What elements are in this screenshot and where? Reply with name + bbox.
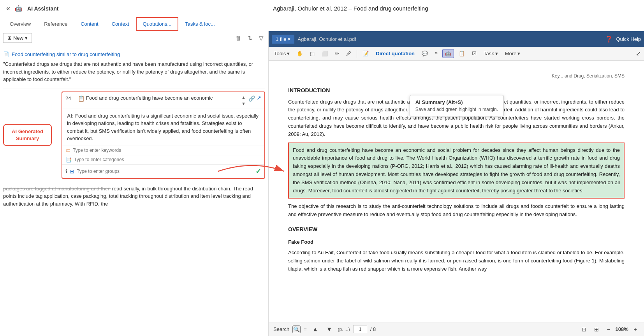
zoom-out-btn[interactable]: − [604,325,612,333]
left-panel: ⊞ New ▾ 🗑 ⇅ ▽ 📄 Food counterfeiting simi… [0,31,269,336]
search-button[interactable]: 🔍 [292,325,301,333]
fit-width-btn[interactable]: ⊞ [592,325,601,333]
fakefood-para: According to Au Fait, Counterfeit or fak… [288,249,625,273]
overview-title: OVERVIEW [288,225,625,234]
main-layout: ⊞ New ▾ 🗑 ⇅ ▽ 📄 Food counterfeiting simi… [0,31,644,336]
pdf-wrapper: AI Summary (Alt+S) Save and add green hi… [269,61,644,336]
quick-help-button[interactable]: Quick Help [616,36,641,42]
tooltip-description: Save and add green highlight in margin. [415,107,498,112]
hand-tool[interactable]: ✋ [294,49,305,58]
task-dropdown-icon: ▾ [495,51,498,56]
quote-card-header: 24 📋 Food and drug counterfeiting have b… [62,92,264,109]
left-toolbar: ⊞ New ▾ 🗑 ⇅ ▽ [0,31,268,45]
new-icon: ⊞ [7,35,12,41]
quote-type-icon: 📋 [78,95,84,102]
card-footer: ℹ ⊞ ✓ [62,165,264,178]
tab-overview[interactable]: Overview [3,17,37,31]
filter-icon[interactable]: ▽ [257,34,265,42]
scroll-down-btn[interactable]: ▼ [240,101,247,106]
sort-icon[interactable]: ⇅ [246,34,254,42]
zoom-level: 108% [616,326,628,332]
tab-reference[interactable]: Reference [37,17,74,31]
page-number-input[interactable] [353,325,367,333]
page-down-btn[interactable]: ▼ [324,325,335,334]
page-total: / 8 [370,326,376,332]
area-tool[interactable]: ⬜ [319,49,330,58]
ai-assistant-icon: 🤖 [15,5,23,12]
categories-row: 📑 [62,155,264,165]
left-content: 📄 Food counterfeiting similar to drug co… [0,45,268,336]
file-button[interactable]: 1 file ▾ [272,35,294,44]
pdf-header: Key... and Drug, Serialization, SMS [288,72,625,80]
search-label: Search [273,326,289,332]
quote-title: Food and drug counterfeiting have become… [86,95,239,102]
new-button[interactable]: ⊞ New ▾ [3,33,32,43]
keywords-input[interactable] [73,148,261,153]
tools-button[interactable]: Tools ▾ [272,49,292,58]
right-panel: 1 file ▾ Agbaraji, Ochulor et al.pdf ❓ Q… [269,31,644,336]
tab-bar: Overview Reference Content Context Quota… [0,17,644,31]
file-label: 1 file [276,36,286,42]
categories-input[interactable] [74,157,261,162]
ai-summary-button[interactable]: 🤖 [442,49,454,58]
nav-separator: ≡ [304,326,307,332]
tab-tasks[interactable]: Tasks & loc... [178,17,222,31]
intro-title: INTRODUCTION [288,86,625,95]
more-dropdown-icon: ▾ [517,51,520,56]
quote-icon-btn[interactable]: ❝ [433,49,440,58]
pencil-tool[interactable]: ✏ [333,49,341,58]
title-bar: « 🤖 AI Assistant Agbaraji, Ochulor et al… [0,0,644,17]
file-dropdown-icon: ▾ [288,36,290,42]
intro-para2: The objective of this research is to stu… [288,202,625,219]
new-label: New [13,35,23,41]
delete-icon[interactable]: 🗑 [234,34,243,42]
more-button[interactable]: More ▾ [503,49,523,58]
groups-icon: ⊞ [70,168,74,174]
categories-icon: 📑 [65,157,72,163]
checkbox-btn[interactable]: ☑ [470,49,479,58]
scroll-up-btn[interactable]: ▲ [240,95,247,100]
back-icon[interactable]: « [6,4,10,12]
doc-title: Agbaraji, Ochulor et al. 2012 – Food and… [63,5,638,12]
page-info: (p. ...) [338,327,350,332]
direct-quotation-button[interactable]: Direct quotation [373,49,417,58]
separator-1 [357,50,357,58]
help-icon: ❓ [605,35,613,43]
quote-ai-summary: AI: Food and drug counterfeiting is a si… [62,109,264,146]
page-up-btn[interactable]: ▲ [310,325,321,334]
pdf-expand-button[interactable]: ⤢ [636,50,641,57]
confirm-check-icon[interactable]: ✓ [255,167,261,176]
fakefood-subtitle: Fake Food [288,238,625,246]
tools-label: Tools [274,51,286,56]
pdf-filename: Agbaraji, Ochulor et al.pdf [297,36,602,42]
top-quote-text: "Counterfeited drugs are drugs that are … [3,59,265,85]
quote-number: 24 [65,95,76,101]
new-dropdown-icon: ▾ [25,35,28,41]
ai-assistant-label: AI Assistant [27,5,58,12]
task-button[interactable]: Task ▾ [481,49,500,58]
note-tool[interactable]: 📝 [360,49,371,58]
bottom-quote-entry: packages are tagged at manufacturing and… [3,182,265,211]
keywords-row: 🏷 [62,146,264,155]
memo-btn[interactable]: 📋 [456,49,467,58]
quote-source-link[interactable]: 📄 Food counterfeiting similar to drug co… [3,51,265,57]
tab-quotations[interactable]: Quotations... [136,17,179,31]
tab-context[interactable]: Context [105,17,136,31]
zoom-in-btn[interactable]: + [632,325,639,333]
fit-page-btn[interactable]: ⊡ [579,325,589,333]
highlighted-text: Food and drug counterfeiting have become… [293,147,620,194]
expand-icon[interactable]: ↗ [257,95,261,101]
chat-icon-btn[interactable]: 💬 [419,49,430,58]
strikethrough-text: packages are tagged at manufacturing and… [3,186,111,192]
tab-content[interactable]: Content [74,17,105,31]
select-tool[interactable]: ⬚ [308,49,317,58]
highlight-tool[interactable]: 🖊 [344,49,354,58]
pdf-top-toolbar: 1 file ▾ Agbaraji, Ochulor et al.pdf ❓ Q… [269,31,644,47]
groups-input[interactable] [77,169,253,174]
quote-card: 24 📋 Food and drug counterfeiting have b… [62,91,265,179]
top-quote-entry: 📄 Food counterfeiting similar to drug co… [3,48,265,88]
info-icon: ℹ [65,168,67,174]
pdf-tools-bar: Tools ▾ ✋ ⬚ ⬜ ✏ 🖊 📝 Direct quotation 💬 ❝… [269,47,644,61]
link-icon[interactable]: 🔗 [248,95,255,102]
tools-dropdown-icon: ▾ [287,51,290,56]
